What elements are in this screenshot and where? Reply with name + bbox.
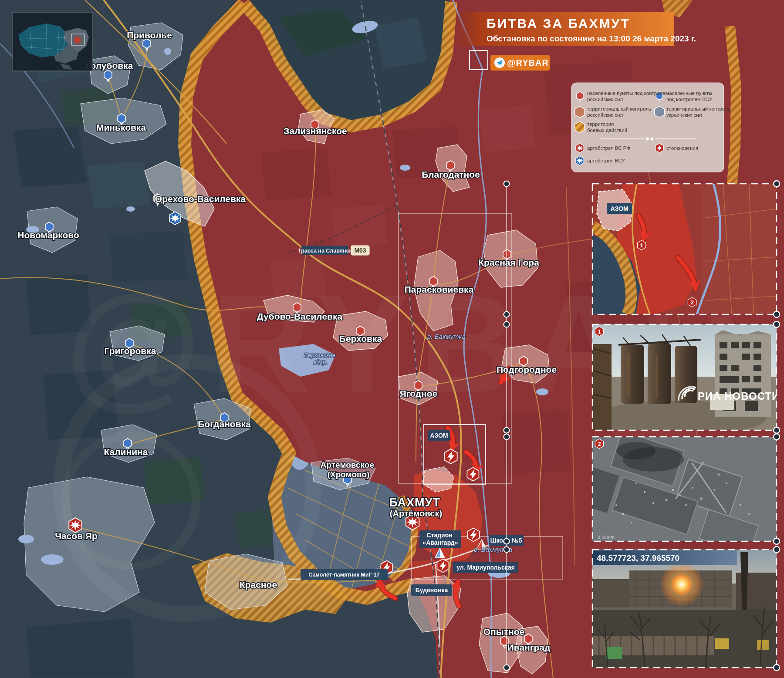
town-blagodatnoye: Благодатное bbox=[422, 169, 480, 179]
svg-text:2: 2 bbox=[598, 441, 601, 447]
svg-text:2: 2 bbox=[690, 299, 693, 306]
stadium-avangard-badge: Стадион «Авангард» bbox=[419, 530, 461, 548]
town-yagodnoye: Ягодное bbox=[400, 388, 438, 398]
svg-text:1: 1 bbox=[598, 328, 601, 335]
inset-marker-2: 2 bbox=[688, 297, 696, 307]
panel2-number-badge: 1 bbox=[595, 327, 603, 336]
svg-text:АЗОМ: АЗОМ bbox=[610, 205, 628, 212]
svg-text:Самолёт-памятник МиГ-17: Самолёт-памятник МиГ-17 bbox=[308, 572, 379, 578]
slavyansk-highway-badge: Трасса на Славянск bbox=[298, 246, 352, 255]
town-chasov-yar: Часов Яр bbox=[55, 531, 98, 541]
page-subtitle: Обстановка по состоянию на 13:00 26 март… bbox=[487, 34, 696, 43]
m03-road-badge: М03 bbox=[351, 246, 369, 255]
town-dubovo-vasilevka: Дубово-Василевка bbox=[257, 311, 343, 321]
battle-map-infographic: @RYBAR bbox=[0, 0, 784, 678]
svg-text:М03: М03 bbox=[354, 247, 366, 254]
town-artemovskoye: Артемовское (Хромово) bbox=[321, 460, 377, 479]
svg-text:РИА НОВОСТИ: РИА НОВОСТИ bbox=[698, 390, 780, 402]
town-novomarkovo: Новомарково bbox=[17, 230, 79, 240]
town-grigorovka: Григоровка bbox=[105, 346, 156, 356]
svg-text:Стадион «Авангард»: Стадион «Авангард» bbox=[422, 532, 458, 546]
strike-coordinates: 48.577723, 37.965570 bbox=[597, 553, 679, 563]
svg-text:Трасса на Славянск: Трасса на Славянск bbox=[298, 248, 352, 254]
legend-ru-territory-icon bbox=[575, 106, 585, 118]
svg-text:АЗОМ: АЗОМ bbox=[430, 432, 448, 439]
panel-video-strike: 48.577723, 37.965570 bbox=[592, 546, 780, 671]
artillery-rf-icon bbox=[69, 518, 81, 533]
town-ivangrad: Иванград bbox=[507, 642, 551, 652]
panel3-number-badge: 2 bbox=[595, 439, 603, 449]
legend-ua-territory-icon bbox=[655, 106, 665, 118]
town-krasnoye: Красное bbox=[240, 580, 277, 590]
explosion-fireball bbox=[670, 573, 693, 596]
rybar-channel-badge: @RYBAR bbox=[490, 55, 550, 71]
ukraine-minimap bbox=[12, 12, 93, 71]
green-playground-structure bbox=[606, 647, 622, 659]
legend-artillery-vsu-icon bbox=[576, 156, 584, 165]
legend-item-artillery-vsu: артобстрел ВСУ bbox=[587, 158, 625, 163]
town-bakhmut: БАХМУТ (Артёмовск) bbox=[389, 496, 443, 518]
svg-text:Буденовка: Буденовка bbox=[416, 587, 448, 594]
town-krasnaya-gora: Красная Гора bbox=[478, 257, 539, 267]
town-berkhovka: Берховка bbox=[339, 334, 382, 344]
town-paraskovievka: Парасковиевка bbox=[405, 284, 474, 294]
panel-azom-inset: АЗОМ 1 2 bbox=[592, 181, 780, 317]
town-minkovka: Миньковка bbox=[96, 122, 146, 132]
town-privolye: Приволье bbox=[127, 30, 172, 40]
inset-azom-badge: АЗОМ bbox=[607, 203, 632, 214]
town-opytnoye: Опытное bbox=[483, 627, 524, 637]
drone-osd-text: 0.0km/h bbox=[598, 535, 615, 540]
town-podgorodnoye: Подгородное bbox=[497, 364, 557, 374]
mig17-monument-badge: Самолёт-памятник МиГ-17 bbox=[301, 569, 388, 580]
svg-text:ул. Мариупольская: ул. Мариупольская bbox=[456, 564, 515, 571]
budenovka-badge: Буденовка bbox=[411, 584, 452, 596]
legend-artillery-rf-icon bbox=[576, 144, 584, 153]
legend-item-clashes: столкновения bbox=[666, 145, 698, 151]
town-orekhovo-vasilevka: Орехово-Василевка bbox=[155, 194, 246, 204]
panel-photo-aerial: 2 0.0km/h bbox=[574, 424, 780, 559]
river-bakhmutka-label: р. Бахмутка bbox=[427, 333, 466, 340]
inset-marker-1: 1 bbox=[637, 240, 645, 250]
svg-text:1: 1 bbox=[640, 242, 643, 249]
panel-photo-plant: РИА НОВОСТИ 1 bbox=[592, 321, 780, 435]
legend-item-artillery-rf: артобстрел ВС РФ bbox=[587, 145, 630, 151]
town-zaliznyanskoye: Зализнянское bbox=[284, 126, 347, 136]
legend-panel: населенные пункты под контролем российск… bbox=[571, 83, 732, 172]
rusty-tank-foreground bbox=[592, 344, 612, 430]
mariupolskaya-street-badge: ул. Мариупольская bbox=[453, 562, 518, 573]
channel-name: @RYBAR bbox=[507, 58, 549, 67]
page-title: БИТВА ЗА БАХМУТ bbox=[487, 16, 630, 30]
legend-combat-zone-icon bbox=[575, 121, 585, 133]
bakhmut-location-dot bbox=[72, 35, 83, 45]
artillery-vsu-icon bbox=[169, 212, 181, 225]
azom-badge: АЗОМ bbox=[428, 430, 450, 441]
town-bogdanovka: Богдановка bbox=[198, 419, 251, 429]
legend-clashes-icon bbox=[656, 144, 663, 153]
town-kalinina: Калинина bbox=[104, 447, 148, 457]
